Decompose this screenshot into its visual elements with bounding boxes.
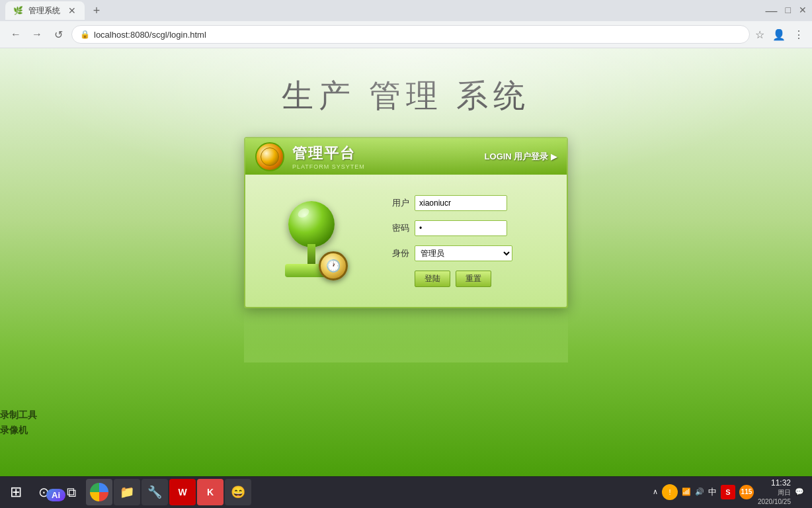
card-reflection [244,310,568,362]
systray-warning-icon[interactable]: ! [662,484,678,500]
lock-icon: 🔒 [80,30,90,39]
forward-button[interactable]: → [29,26,45,42]
password-label: 密码 [391,222,409,234]
url-text: localhost:8080/scgl/login.html [94,30,206,40]
username-row: 用户 [391,195,553,211]
card-header: 管理平台 PLATFORM SYSYTEM LOGIN 用户登录 ▶ [245,138,567,175]
login-header-label: LOGIN 用户登录 ▶ [485,151,557,163]
maximize-button[interactable]: □ [786,5,791,17]
browser-chrome: 🌿 管理系统 ✕ + — □ ✕ ← → ↺ 🔒 localhost:8080/… [0,0,812,48]
ai-badge[interactable]: Ai [46,489,65,501]
reset-button[interactable]: 重置 [456,271,491,287]
logo-subtitle: PLATFORM SYSYTEM [292,163,365,170]
tab-title: 管理系统 [28,5,60,17]
systray-s-icon[interactable]: S [721,485,735,499]
taskbar: ⊞ ⊙ ⧉ 📁 🔧 W K 😄 ∧ ! 📶 🔊 中 S 115 11:32 周日… [0,476,812,508]
profile-icon[interactable]: 👤 [772,28,786,41]
card-illustration: 🕐 [245,188,378,294]
tab-close-button[interactable]: ✕ [68,5,76,16]
password-row: 密码 [391,220,553,236]
browser-tab[interactable]: 🌿 管理系统 ✕ [5,1,85,20]
watermark: 录制工具 录像机 [0,407,37,437]
window-controls: — □ ✕ [766,5,807,17]
taskbar-file-manager[interactable]: 📁 [114,479,140,505]
systray-battery-icon[interactable]: 115 [739,485,754,499]
taskbar-tools[interactable]: 🔧 [142,479,168,505]
systray-icon1: 📶 [682,487,691,496]
logo-icon [255,142,284,171]
menu-icon[interactable]: ⋮ [793,28,804,41]
login-card: 管理平台 PLATFORM SYSYTEM LOGIN 用户登录 ▶ 🕐 [244,137,568,308]
browser-toolbar: ← → ↺ 🔒 localhost:8080/scgl/login.html ☆… [0,21,812,48]
page-title: 生产 管理 系统 [282,75,530,117]
taskbar-browser[interactable] [86,479,112,505]
login-form: 用户 密码 身份 管理员 普通用户 [378,188,567,294]
clock-day: 周日 [758,488,791,497]
tab-favicon: 🌿 [13,6,23,15]
trophy-stem [307,244,315,264]
systray-ime[interactable]: 中 [708,486,717,498]
notification-icon[interactable]: 💬 [795,487,804,496]
page-content: 生产 管理 系统 管理平台 PLATFORM SYSYTEM LOGIN 用户登… [0,48,812,477]
username-input[interactable] [415,195,507,211]
trophy-ball [288,201,335,247]
taskbar-wps[interactable]: W [169,479,196,505]
role-row: 身份 管理员 普通用户 [391,245,553,261]
watermark-line1: 录制工具 [0,407,37,422]
new-tab-button[interactable]: + [87,1,106,20]
address-bar[interactable]: 🔒 localhost:8080/scgl/login.html [71,25,750,44]
back-button[interactable]: ← [8,26,24,42]
reload-button[interactable]: ↺ [50,26,66,42]
browser-titlebar: 🌿 管理系统 ✕ + — □ ✕ [0,0,812,21]
logo-inner [261,148,279,166]
systray-volume[interactable]: 🔊 [695,487,704,496]
close-button[interactable]: ✕ [799,5,807,17]
password-input[interactable] [415,220,507,236]
logo-text: 管理平台 PLATFORM SYSYTEM [292,144,365,170]
start-button[interactable]: ⊞ [3,479,29,505]
toolbar-icons: ☆ 👤 ⋮ [755,28,804,41]
taskbar-emoji-app[interactable]: 😄 [225,479,251,505]
systray-chevron[interactable]: ∧ [653,487,658,496]
form-buttons: 登陆 重置 [415,271,553,287]
star-icon[interactable]: ☆ [755,28,764,41]
minimize-button[interactable]: — [766,5,778,17]
taskbar-k-app[interactable]: K [197,479,223,505]
clock-icon: 🕐 [319,251,348,280]
card-body: 🕐 用户 密码 身份 管理员 [245,175,567,307]
logo-title: 管理平台 [292,144,365,163]
watermark-line2: 录像机 [0,423,37,437]
clock-date: 2020/10/25 [758,497,791,507]
role-label: 身份 [391,247,409,259]
taskbar-clock: 11:32 周日 2020/10/25 [758,478,791,507]
username-label: 用户 [391,197,409,209]
role-select[interactable]: 管理员 普通用户 [415,245,512,261]
taskbar-systray: ∧ ! 📶 🔊 中 S 115 11:32 周日 2020/10/25 💬 [653,478,809,507]
login-button[interactable]: 登陆 [415,271,450,287]
login-arrow-icon: ▶ [551,152,557,161]
clock-time: 11:32 [758,478,791,489]
trophy-illustration: 🕐 [272,194,351,287]
